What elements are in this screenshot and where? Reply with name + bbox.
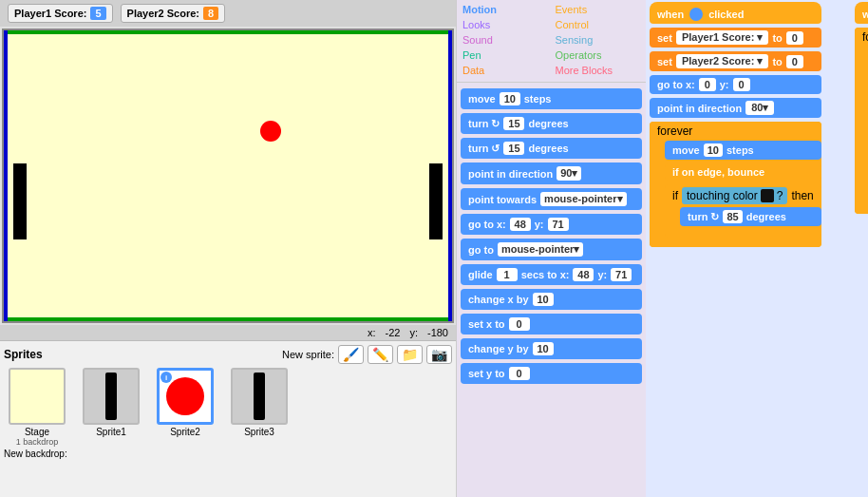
new-sprite-area: New sprite: 🖌️ ✏️ 📁 📷 bbox=[282, 345, 452, 364]
paint-new-sprite-button[interactable]: 🖌️ bbox=[338, 345, 364, 364]
if-black-header: if touching color ? then bbox=[665, 184, 821, 207]
cat-moreblocks-button[interactable]: More Blocks bbox=[552, 63, 645, 78]
if-black-body: turn ↻ 85 degrees bbox=[680, 207, 821, 228]
cat-events-button[interactable]: Events bbox=[552, 2, 645, 17]
move-10-block[interactable]: move 10 steps bbox=[665, 141, 821, 160]
upload-sprite-button[interactable]: ✏️ bbox=[368, 345, 393, 364]
goto-x1[interactable]: 0 bbox=[699, 78, 716, 91]
coords-bar: x: -22 y: -180 bbox=[0, 325, 456, 340]
block-turn-cw-input[interactable]: 15 bbox=[503, 117, 524, 130]
wall-left bbox=[4, 30, 8, 321]
block-change-y[interactable]: change y by 10 bbox=[461, 338, 642, 359]
block-goto[interactable]: go to mouse-pointer▾ bbox=[461, 239, 642, 260]
cat-motion-button[interactable]: Motion bbox=[459, 2, 552, 17]
block-point-dir[interactable]: point in direction 90▾ bbox=[461, 162, 642, 184]
bounce-block[interactable]: if on edge, bounce bbox=[665, 163, 821, 181]
sprite1-thumbnail bbox=[83, 368, 140, 425]
forever-footer-1 bbox=[650, 239, 821, 247]
player1-score-box: Player1 Score: 5 bbox=[8, 4, 113, 23]
y-label: y: bbox=[409, 327, 418, 338]
block-move-input[interactable]: 10 bbox=[500, 92, 520, 105]
sprite1-item[interactable]: Sprite1 bbox=[78, 368, 144, 447]
if-touching-black-block: if touching color ? then turn ↻ 85 degre… bbox=[665, 184, 821, 238]
block-turn-cw[interactable]: turn ↻ 15 degrees bbox=[461, 113, 642, 134]
p1score-val-input[interactable]: 0 bbox=[786, 31, 803, 45]
goto-y1[interactable]: 0 bbox=[733, 78, 750, 91]
p2score-var-dropdown[interactable]: Player2 Score: ▾ bbox=[676, 54, 769, 68]
new-backdrop-label: New backdrop: bbox=[4, 449, 67, 459]
left-panel: Player1 Score: 5 Player2 Score: 8 x: -22… bbox=[0, 0, 456, 497]
cat-data-button[interactable]: Data bbox=[459, 63, 552, 78]
block-goto-dropdown[interactable]: mouse-pointer▾ bbox=[498, 242, 583, 257]
block-set-y[interactable]: set y to 0 bbox=[461, 363, 642, 384]
block-change-y-input[interactable]: 10 bbox=[533, 342, 554, 355]
cat-control-button[interactable]: Control bbox=[552, 17, 645, 32]
sprite1-label: Sprite1 bbox=[96, 427, 126, 437]
sprite2-item[interactable]: i Sprite2 bbox=[152, 368, 218, 447]
cat-sound-button[interactable]: Sound bbox=[459, 32, 552, 48]
forever-header-2: forever bbox=[855, 28, 868, 47]
hat-block-1[interactable]: when clicked bbox=[650, 2, 821, 24]
cat-sensing-button[interactable]: Sensing bbox=[552, 32, 645, 48]
stage-canvas bbox=[2, 29, 454, 323]
block-change-x[interactable]: change x by 10 bbox=[461, 289, 642, 310]
touching-color-condition[interactable]: touching color ? bbox=[682, 187, 787, 204]
block-goto-xy[interactable]: go to x: 48 y: 71 bbox=[461, 214, 642, 235]
block-glide[interactable]: glide 1 secs to x: 48 y: 71 bbox=[461, 264, 642, 285]
p2score-val-input[interactable]: 0 bbox=[786, 55, 803, 68]
sprites-panel: Sprites New sprite: 🖌️ ✏️ 📁 📷 Stage 1 ba… bbox=[0, 340, 456, 497]
p1score-var-dropdown[interactable]: Player1 Score: ▾ bbox=[676, 30, 769, 45]
block-set-x-input[interactable]: 0 bbox=[509, 317, 530, 331]
block-turn-ccw-input[interactable]: 15 bbox=[503, 142, 524, 155]
category-row-2: Looks Control bbox=[459, 17, 644, 32]
y-value: -180 bbox=[427, 327, 448, 338]
block-point-towards-dropdown[interactable]: mouse-pointer▾ bbox=[540, 192, 626, 206]
cat-looks-button[interactable]: Looks bbox=[459, 17, 552, 32]
stage-sprite-item[interactable]: Stage 1 backdrop bbox=[4, 368, 70, 447]
point-dir-1-dropdown[interactable]: 80▾ bbox=[745, 101, 774, 115]
player1-value: 5 bbox=[90, 7, 105, 20]
block-point-towards[interactable]: point towards mouse-pointer▾ bbox=[461, 188, 642, 210]
move-steps-input[interactable]: 10 bbox=[704, 143, 723, 157]
stage-backdrop-count: 1 backdrop bbox=[16, 437, 59, 447]
sprite1-visual bbox=[105, 373, 117, 420]
hat-block-2[interactable]: when clicked bbox=[855, 2, 868, 24]
cat-operators-button[interactable]: Operators bbox=[552, 48, 645, 63]
set-p2score-block[interactable]: set Player2 Score: ▾ to 0 bbox=[650, 51, 821, 71]
sprite3-item[interactable]: Sprite3 bbox=[226, 368, 292, 447]
category-row-3: Sound Sensing bbox=[459, 32, 644, 48]
block-turn-ccw[interactable]: turn ↺ 15 degrees bbox=[461, 138, 642, 159]
sprite3-visual bbox=[254, 373, 265, 420]
categories: Motion Events Looks Control Sound Sensin… bbox=[457, 0, 646, 80]
x-label: x: bbox=[368, 327, 376, 338]
stage-label: Stage bbox=[25, 427, 49, 437]
random-sprite-button[interactable]: 📷 bbox=[426, 345, 452, 364]
sprite2-thumbnail: i bbox=[157, 368, 214, 425]
turn-85-block[interactable]: turn ↻ 85 degrees bbox=[680, 207, 821, 226]
block-glide-x-input[interactable]: 48 bbox=[573, 268, 594, 281]
block-glide-y-input[interactable]: 71 bbox=[611, 268, 632, 281]
new-sprite-label: New sprite: bbox=[282, 349, 334, 360]
block-set-x[interactable]: set x to 0 bbox=[461, 314, 642, 335]
block-change-x-input[interactable]: 10 bbox=[533, 293, 554, 306]
block-goto-x-input[interactable]: 48 bbox=[510, 218, 531, 231]
block-point-dir-dropdown[interactable]: 90▾ bbox=[557, 166, 581, 181]
block-move[interactable]: move 10 steps bbox=[461, 88, 642, 109]
sprite2-visual bbox=[166, 377, 204, 415]
color-black-swatch[interactable] bbox=[761, 189, 774, 202]
forever-label-2: forever bbox=[862, 30, 868, 44]
script-area: when clicked set Player1 Score: ▾ to 0 s… bbox=[646, 0, 868, 497]
point-dir-block-1[interactable]: point in direction 80▾ bbox=[650, 98, 821, 118]
turn-85-input[interactable]: 85 bbox=[723, 210, 742, 223]
forever-body-1: move 10 steps if on edge, bounce if touc… bbox=[665, 141, 821, 238]
script-group-1: when clicked set Player1 Score: ▾ to 0 s… bbox=[650, 2, 821, 247]
goto-xy-block-1[interactable]: go to x: 0 y: 0 bbox=[650, 75, 821, 94]
camera-sprite-button[interactable]: 📁 bbox=[397, 345, 423, 364]
cat-pen-button[interactable]: Pen bbox=[459, 48, 552, 63]
set-p1score-block[interactable]: set Player1 Score: ▾ to 0 bbox=[650, 28, 821, 48]
block-set-y-input[interactable]: 0 bbox=[509, 367, 530, 380]
block-goto-y-input[interactable]: 71 bbox=[548, 218, 569, 231]
forever-header-1: forever bbox=[650, 122, 821, 141]
block-glide-sec-input[interactable]: 1 bbox=[497, 268, 518, 281]
sprite2-label: Sprite2 bbox=[170, 427, 200, 437]
